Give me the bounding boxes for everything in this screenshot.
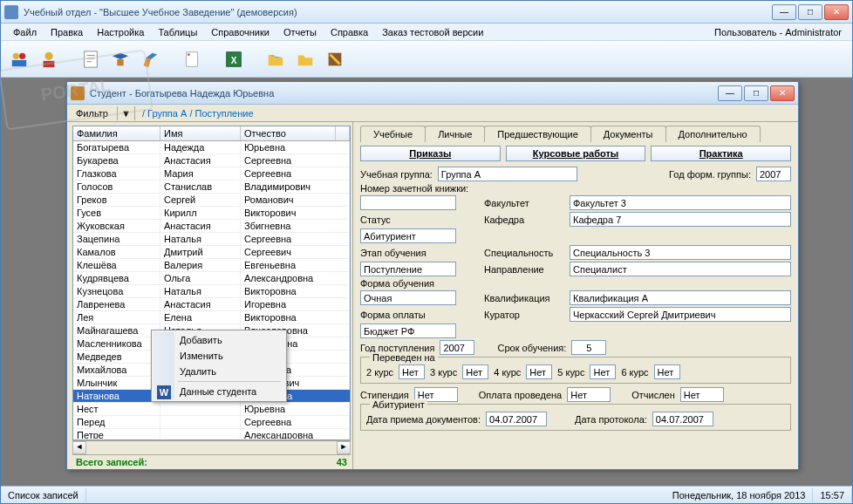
- menu-edit[interactable]: Правка: [44, 25, 90, 39]
- col-surname[interactable]: Фамилия: [73, 126, 160, 140]
- qual-field[interactable]: [570, 290, 791, 305]
- cm-edit[interactable]: Изменить: [154, 348, 284, 364]
- dept-field[interactable]: [570, 212, 791, 227]
- term-field[interactable]: [571, 340, 606, 355]
- minimize-button[interactable]: —: [772, 4, 796, 20]
- k2-field[interactable]: [399, 364, 425, 379]
- table-row[interactable]: КузнецоваНатальяВикторовна: [73, 285, 350, 298]
- menu-file[interactable]: Файл: [6, 25, 44, 39]
- k5-field[interactable]: [590, 364, 616, 379]
- menu-reports[interactable]: Отчеты: [276, 25, 324, 39]
- tb-student-icon[interactable]: [36, 46, 62, 72]
- table-row[interactable]: ПетреАлександровна: [73, 429, 350, 439]
- filter-icon[interactable]: ▼: [118, 106, 135, 120]
- h-scrollbar[interactable]: ◄ ►: [72, 440, 351, 454]
- child-close-button[interactable]: ✕: [770, 85, 795, 101]
- faculty-field[interactable]: [570, 195, 791, 210]
- child-minimize-button[interactable]: —: [718, 85, 742, 101]
- menu-setup[interactable]: Настройка: [90, 25, 151, 39]
- table-row[interactable]: КамаловДмитрийСергеевич: [73, 246, 350, 259]
- table-row[interactable]: КудрявцеваОльгаАлександровна: [73, 272, 350, 285]
- expelled-label: Отчислен: [631, 390, 675, 400]
- menu-tables[interactable]: Таблицы: [151, 25, 204, 39]
- tb-folder2-icon[interactable]: [292, 46, 318, 72]
- k4-field[interactable]: [526, 364, 552, 379]
- status-field[interactable]: [360, 228, 456, 243]
- svg-point-1: [19, 52, 25, 58]
- table-row[interactable]: БукареваАнастасияСергеевна: [73, 154, 350, 167]
- maximize-button[interactable]: □: [798, 4, 822, 20]
- table-row[interactable]: ЛавреневаАнастасияИгоревна: [73, 298, 350, 311]
- grid-footer: Всего записей: 43: [72, 454, 351, 469]
- table-row[interactable]: НестЮрьевна: [73, 403, 350, 416]
- svg-text:X: X: [231, 55, 237, 65]
- table-row[interactable]: ПередСергеевна: [73, 416, 350, 429]
- breadcrumb[interactable]: / Группа А / Поступление: [135, 106, 261, 120]
- table-row[interactable]: КлешёваВалерияЕвгеньевна: [73, 259, 350, 272]
- main-toolbar: X: [1, 41, 852, 78]
- k6-field[interactable]: [654, 364, 680, 379]
- menu-refs[interactable]: Справочники: [204, 25, 276, 39]
- menu-order[interactable]: Заказ тестовой версии: [375, 25, 490, 39]
- svg-point-0: [13, 52, 19, 58]
- group-field[interactable]: [438, 167, 577, 181]
- col-patronymic[interactable]: Отчество: [241, 126, 336, 140]
- tb-graduate-icon[interactable]: [107, 46, 133, 72]
- book-field[interactable]: [360, 195, 456, 210]
- context-menu: Добавить Изменить Удалить W Данные студе…: [151, 330, 287, 402]
- btn-orders[interactable]: Приказы: [360, 146, 501, 161]
- table-row[interactable]: ГолосовСтаниславВладимирович: [73, 180, 350, 194]
- protodate-label: Дата протокола:: [575, 414, 647, 425]
- paid-field[interactable]: [567, 387, 611, 402]
- table-row[interactable]: ЖуковскаяАнастасияЗбигневна: [73, 220, 350, 233]
- tab-personal[interactable]: Личные: [425, 126, 485, 142]
- tb-students-icon[interactable]: [6, 46, 32, 72]
- k3-label: 3 курс: [430, 367, 457, 378]
- btn-practice[interactable]: Практика: [651, 146, 791, 161]
- spec-field[interactable]: [570, 245, 791, 260]
- year-field[interactable]: [756, 167, 791, 181]
- table-row[interactable]: ГлазковаМарияСергеевна: [73, 167, 350, 180]
- col-name[interactable]: Имя: [160, 126, 241, 140]
- admyear-field[interactable]: [440, 340, 474, 355]
- scroll-left-icon[interactable]: ◄: [72, 441, 86, 454]
- dir-field[interactable]: [570, 262, 791, 276]
- applicant-legend: Абитуриент: [370, 399, 427, 410]
- btn-coursework[interactable]: Курсовые работы: [506, 146, 646, 161]
- curator-field[interactable]: [570, 307, 791, 322]
- table-row[interactable]: БогатыреваНадеждаЮрьевна: [73, 141, 350, 154]
- tab-docs[interactable]: Документы: [590, 126, 666, 142]
- cm-student-data[interactable]: W Данные студента: [154, 384, 284, 399]
- tb-pencil-icon[interactable]: [137, 46, 163, 72]
- svg-rect-2: [12, 59, 27, 65]
- tab-edu[interactable]: Учебные: [360, 126, 426, 142]
- tab-prev[interactable]: Предшествующие: [484, 126, 590, 142]
- table-row[interactable]: ГусевКириллВикторович: [73, 207, 350, 220]
- pay-field[interactable]: [360, 324, 456, 338]
- cm-delete[interactable]: Удалить: [154, 364, 284, 379]
- table-row[interactable]: ЛеяЕленаВикторовна: [73, 311, 350, 324]
- svg-rect-4: [44, 60, 55, 66]
- scroll-right-icon[interactable]: ►: [337, 441, 351, 454]
- menu-help[interactable]: Справка: [324, 25, 375, 39]
- tb-excel-icon[interactable]: X: [221, 46, 247, 72]
- cm-add[interactable]: Добавить: [154, 332, 284, 348]
- tb-brush-icon[interactable]: [322, 46, 348, 72]
- tb-doc-icon[interactable]: [78, 46, 104, 72]
- table-row[interactable]: ГрековСергейРоманович: [73, 194, 350, 207]
- protodate-field[interactable]: [652, 412, 713, 426]
- year-label: Год форм. группы:: [669, 169, 751, 180]
- docdate-field[interactable]: [486, 412, 547, 426]
- tb-report-icon[interactable]: [179, 46, 205, 72]
- k3-field[interactable]: [462, 364, 488, 379]
- close-button[interactable]: ✕: [824, 4, 849, 20]
- svg-rect-6: [117, 59, 123, 65]
- mode-field[interactable]: [360, 290, 456, 305]
- tb-folder-icon[interactable]: [263, 46, 289, 72]
- faculty-label: Факультет: [484, 198, 564, 208]
- stage-field[interactable]: [360, 262, 456, 276]
- child-maximize-button[interactable]: □: [744, 85, 768, 101]
- tab-extra[interactable]: Дополнительно: [665, 126, 761, 142]
- table-row[interactable]: ЗацепинаНатальяСергеевна: [73, 233, 350, 246]
- expelled-field[interactable]: [680, 387, 724, 402]
